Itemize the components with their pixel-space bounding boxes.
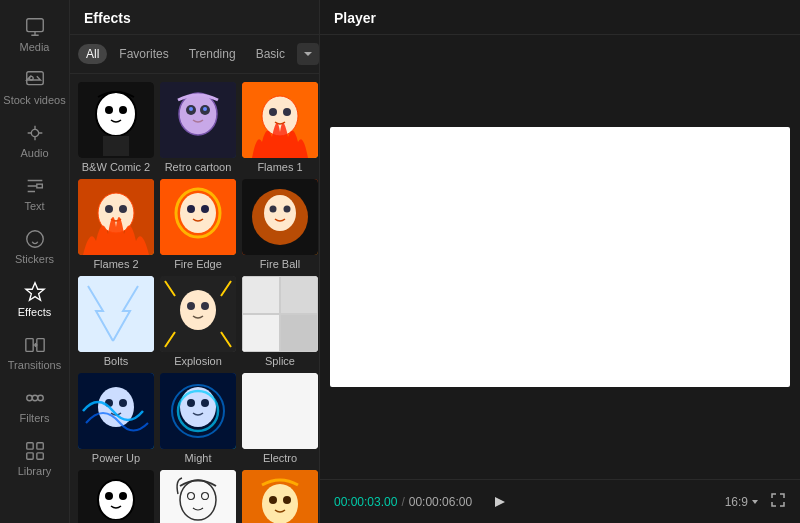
svg-point-9 — [26, 395, 32, 401]
svg-rect-0 — [26, 19, 43, 32]
svg-rect-12 — [26, 443, 32, 449]
sidebar-item-filters[interactable]: Filters — [0, 379, 69, 432]
svg-point-47 — [180, 290, 216, 330]
effect-name-power-up: Power Up — [92, 452, 140, 464]
svg-point-25 — [189, 107, 193, 111]
svg-point-36 — [180, 193, 216, 233]
svg-marker-6 — [25, 283, 43, 300]
svg-point-63 — [105, 492, 113, 500]
svg-point-62 — [98, 480, 134, 520]
svg-rect-66 — [160, 470, 236, 523]
svg-point-48 — [187, 302, 195, 310]
svg-point-42 — [264, 195, 296, 231]
svg-rect-8 — [36, 339, 43, 352]
effect-name-fire-ball: Fire Ball — [260, 258, 300, 270]
sidebar-item-effects[interactable]: Effects — [0, 273, 69, 326]
effect-might[interactable]: Might — [160, 373, 236, 464]
effect-flames2[interactable]: Flames 2 — [78, 179, 154, 270]
sidebar-item-stickers[interactable]: Stickers — [0, 220, 69, 273]
time-current: 00:00:03.00 — [334, 495, 397, 509]
sidebar-item-library[interactable]: Library — [0, 432, 69, 485]
effect-electro[interactable]: Electro — [242, 373, 318, 464]
svg-point-29 — [269, 108, 277, 116]
svg-point-3 — [31, 129, 38, 136]
svg-point-37 — [187, 205, 195, 213]
aspect-ratio-selector[interactable]: 16:9 — [725, 495, 760, 509]
sidebar-item-transitions[interactable]: Transitions — [0, 326, 69, 379]
svg-rect-4 — [36, 184, 42, 188]
effect-retro-cartoon[interactable]: Retro cartoon — [160, 82, 236, 173]
sidebar-item-media[interactable]: Media — [0, 8, 69, 61]
filter-more-button[interactable] — [297, 43, 319, 65]
svg-point-56 — [187, 399, 195, 407]
tab-all[interactable]: All — [78, 44, 107, 64]
effect-name-retro: Retro cartoon — [165, 161, 232, 173]
player-content — [320, 35, 800, 479]
svg-point-30 — [283, 108, 291, 116]
effect-name-fire-edge: Fire Edge — [174, 258, 222, 270]
effect-name-might: Might — [185, 452, 212, 464]
svg-point-34 — [119, 205, 127, 213]
svg-point-73 — [283, 496, 291, 504]
effects-grid: B&W Comic 2 Retro car — [70, 74, 319, 523]
svg-point-49 — [201, 302, 209, 310]
svg-rect-13 — [36, 443, 42, 449]
svg-point-22 — [179, 93, 217, 135]
svg-point-71 — [262, 484, 298, 523]
effect-name-flames2: Flames 2 — [93, 258, 138, 270]
effect-name-explosion: Explosion — [174, 355, 222, 367]
effect-bolts[interactable]: Bolts — [78, 276, 154, 367]
effect-fire-edge[interactable]: Fire Edge — [160, 179, 236, 270]
svg-point-44 — [284, 206, 291, 213]
effect-pop[interactable]: Pop — [242, 470, 318, 523]
play-button[interactable] — [484, 488, 512, 516]
sidebar-item-stock[interactable]: Stock videos — [0, 61, 69, 114]
svg-point-72 — [269, 496, 277, 504]
svg-point-33 — [105, 205, 113, 213]
panel-title: Effects — [70, 0, 319, 35]
effect-splice[interactable]: Splice — [242, 276, 318, 367]
svg-point-19 — [119, 106, 127, 114]
svg-point-64 — [119, 492, 127, 500]
effect-power-up[interactable]: Power Up — [78, 373, 154, 464]
svg-point-38 — [201, 205, 209, 213]
filter-tabs: All Favorites Trending Basic — [70, 35, 319, 74]
effects-panel: Effects All Favorites Trending Basic — [70, 0, 320, 523]
tab-favorites[interactable]: Favorites — [111, 44, 176, 64]
effect-bw-sketch[interactable]: B&W Sketch — [160, 470, 236, 523]
effect-name-electro: Electro — [263, 452, 297, 464]
sidebar: Media Stock videos Audio Text Stickers — [0, 0, 70, 523]
svg-rect-14 — [26, 453, 32, 459]
svg-point-55 — [180, 387, 216, 427]
svg-point-28 — [262, 96, 298, 136]
effect-explosion[interactable]: Explosion — [160, 276, 236, 367]
effect-name-bw-comic2: B&W Comic 2 — [82, 161, 150, 173]
player-time: 00:00:03.00 / 00:00:06:00 — [334, 495, 472, 509]
tab-basic[interactable]: Basic — [248, 44, 293, 64]
svg-rect-20 — [103, 136, 129, 156]
effect-bw-comic1[interactable]: B&W Comic 1 — [78, 470, 154, 523]
effect-fire-ball[interactable]: Fire Ball — [242, 179, 318, 270]
player-header: Player — [320, 0, 800, 35]
player-right-controls: 16:9 — [725, 492, 786, 511]
svg-rect-7 — [25, 339, 32, 352]
effect-name-flames1: Flames 1 — [257, 161, 302, 173]
svg-point-53 — [119, 399, 127, 407]
effect-bw-comic2[interactable]: B&W Comic 2 — [78, 82, 154, 173]
sidebar-item-audio[interactable]: Audio — [0, 114, 69, 167]
player-screen — [330, 127, 790, 387]
effect-name-splice: Splice — [265, 355, 295, 367]
effect-flames1[interactable]: Flames 1 — [242, 82, 318, 173]
sidebar-item-text[interactable]: Text — [0, 167, 69, 220]
time-divider: / — [401, 495, 404, 509]
svg-point-10 — [32, 395, 38, 401]
svg-point-26 — [203, 107, 207, 111]
fullscreen-button[interactable] — [770, 492, 786, 511]
player-title: Player — [334, 10, 376, 26]
effect-name-bolts: Bolts — [104, 355, 128, 367]
player-area: Player 00:00:03.00 / 00:00:06:00 16:9 — [320, 0, 800, 523]
svg-rect-15 — [36, 453, 42, 459]
time-total: 00:00:06:00 — [409, 495, 472, 509]
tab-trending[interactable]: Trending — [181, 44, 244, 64]
svg-point-11 — [37, 395, 43, 401]
